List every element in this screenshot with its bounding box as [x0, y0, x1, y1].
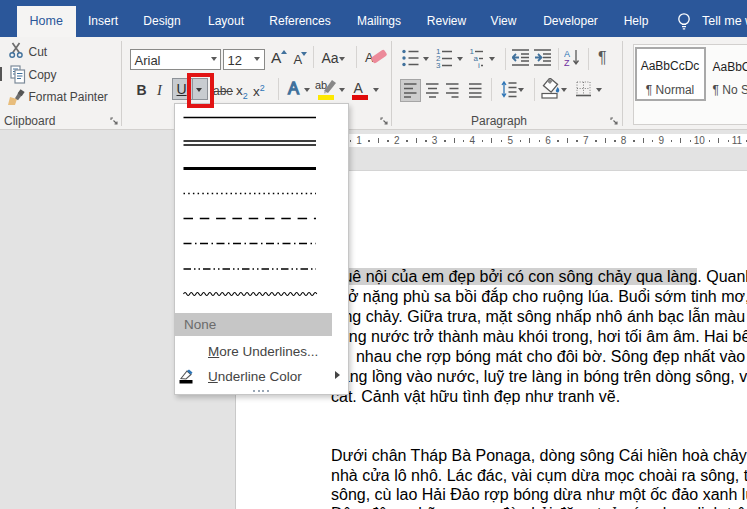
svg-text:Z: Z	[564, 58, 570, 67]
svg-text:3: 3	[436, 61, 441, 69]
svg-text:i: i	[478, 61, 480, 69]
